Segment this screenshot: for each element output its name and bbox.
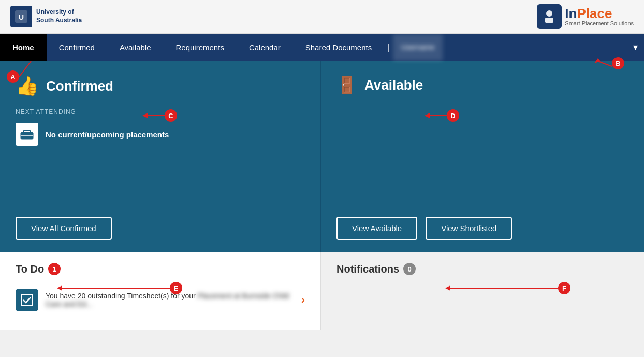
available-btn-row: View Available View Shortlisted <box>336 217 628 240</box>
uni-name: University of South Australia <box>36 8 82 24</box>
top-header: U University of South Australia InPlace … <box>0 0 644 34</box>
available-spacer <box>336 106 628 217</box>
briefcase-icon <box>16 123 38 146</box>
todo-badge: 1 <box>48 263 61 275</box>
confirmed-title: Confirmed <box>46 78 113 94</box>
todo-item-chevron-icon[interactable]: › <box>301 293 305 307</box>
view-all-confirmed-button[interactable]: View All Confirmed <box>16 217 112 240</box>
todo-item-icon <box>16 289 38 311</box>
next-attending-label: NEXT ATTENDING <box>16 108 304 116</box>
nav-item-available[interactable]: Available <box>107 34 164 61</box>
door-icon: 🚪 <box>336 75 357 95</box>
no-placements-row: No current/upcoming placements <box>16 123 304 146</box>
bottom-content: To Do 1 You have 20 outstanding Timeshee… <box>0 252 644 330</box>
nav-item-confirmed[interactable]: Confirmed <box>47 34 107 61</box>
svg-text:U: U <box>19 13 24 21</box>
panel-available: 🚪 Available View Available View Shortlis… <box>321 61 644 252</box>
inplace-tagline: Smart Placement Solutions <box>565 20 634 26</box>
nav-separator: | <box>384 42 393 53</box>
inplace-logo: InPlace Smart Placement Solutions <box>537 4 634 29</box>
panel-confirmed: 👍 Confirmed NEXT ATTENDING No current/up… <box>0 61 321 252</box>
todo-section: To Do 1 You have 20 outstanding Timeshee… <box>0 252 321 330</box>
svg-rect-3 <box>545 18 553 23</box>
view-shortlisted-button[interactable]: View Shortlisted <box>426 217 512 240</box>
nav-bar: Home Confirmed Available Requirements Ca… <box>0 34 644 61</box>
notifications-title: Notifications <box>336 263 399 275</box>
page-wrapper: U University of South Australia InPlace … <box>0 0 644 330</box>
confirmed-title-row: 👍 Confirmed <box>16 75 304 97</box>
nav-item-shared-documents[interactable]: Shared Documents <box>293 34 384 61</box>
available-title: Available <box>364 77 423 93</box>
view-available-button[interactable]: View Available <box>336 217 417 240</box>
nav-chevron-icon[interactable]: ▾ <box>627 34 644 61</box>
inplace-brand: InPlace <box>565 7 634 20</box>
notifications-badge: 0 <box>403 263 416 275</box>
svg-rect-7 <box>21 294 33 306</box>
main-content: 👍 Confirmed NEXT ATTENDING No current/up… <box>0 61 644 252</box>
inplace-logo-icon <box>537 4 562 29</box>
inplace-text: InPlace Smart Placement Solutions <box>565 7 634 26</box>
notifications-title-row: Notifications 0 <box>336 263 628 275</box>
svg-point-2 <box>546 10 552 17</box>
nav-item-calendar[interactable]: Calendar <box>237 34 293 61</box>
svg-rect-5 <box>24 130 30 133</box>
nav-item-home[interactable]: Home <box>0 34 47 61</box>
uni-logo-icon: U <box>10 6 32 27</box>
notifications-section: Notifications 0 <box>321 252 644 330</box>
nav-item-requirements[interactable]: Requirements <box>164 34 237 61</box>
todo-title-row: To Do 1 <box>16 263 305 275</box>
uni-logo: U University of South Australia <box>10 6 82 27</box>
no-placements-text: No current/upcoming placements <box>46 130 169 139</box>
todo-item[interactable]: You have 20 outstanding Timesheet(s) for… <box>16 283 305 317</box>
todo-item-text: You have 20 outstanding Timesheet(s) for… <box>46 292 294 308</box>
thumbs-up-icon: 👍 <box>16 75 39 97</box>
todo-title: To Do <box>16 263 44 275</box>
confirmed-spacer <box>16 161 304 217</box>
view-all-confirmed-btn-container: View All Confirmed <box>16 217 304 240</box>
available-title-row: 🚪 Available <box>336 75 628 95</box>
nav-user[interactable]: Username <box>393 34 443 61</box>
